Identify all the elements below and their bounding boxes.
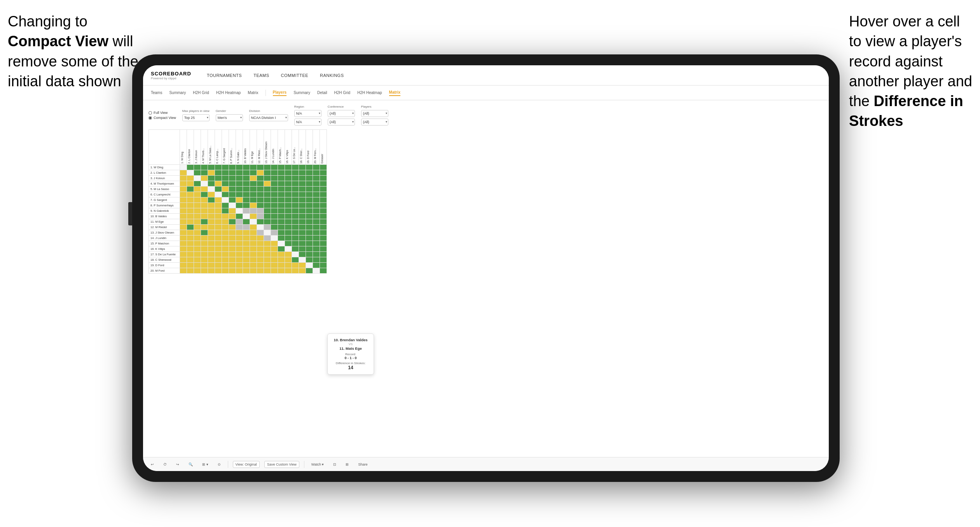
cell-16-8[interactable] bbox=[236, 252, 243, 257]
cell-8-4[interactable] bbox=[208, 208, 215, 214]
subnav-h2hheatmap2[interactable]: H2H Heatmap bbox=[357, 90, 382, 96]
cell-15-4[interactable] bbox=[208, 246, 215, 252]
matrix-scroll[interactable]: 1. W Ding2. L Clanton3. J Koivun4. M Tho… bbox=[148, 129, 823, 452]
cell-8-11[interactable] bbox=[257, 208, 264, 214]
cell-5-16[interactable] bbox=[292, 192, 299, 197]
cell-1-3[interactable] bbox=[201, 170, 208, 176]
cell-18-13[interactable] bbox=[271, 263, 278, 268]
cell-9-15[interactable] bbox=[285, 214, 292, 219]
cell-19-9[interactable] bbox=[243, 268, 250, 274]
cell-0-10[interactable] bbox=[250, 165, 257, 170]
cell-19-6[interactable] bbox=[222, 268, 229, 274]
cell-18-12[interactable] bbox=[264, 263, 271, 268]
cell-17-10[interactable] bbox=[250, 257, 257, 263]
cell-1-5[interactable] bbox=[215, 170, 222, 176]
cell-11-7[interactable] bbox=[229, 225, 236, 230]
cell-18-7[interactable] bbox=[229, 263, 236, 268]
cell-10-19[interactable] bbox=[313, 219, 320, 225]
cell-5-4[interactable] bbox=[208, 192, 215, 197]
cell-5-17[interactable] bbox=[299, 192, 306, 197]
cell-18-1[interactable] bbox=[187, 263, 194, 268]
fullview-option[interactable]: Full View bbox=[148, 111, 176, 115]
cell-4-0[interactable] bbox=[180, 187, 187, 192]
nav-rankings[interactable]: RANKINGS bbox=[320, 72, 344, 79]
cell-1-12[interactable] bbox=[264, 170, 271, 176]
cell-11-20[interactable] bbox=[320, 225, 327, 230]
cell-17-20[interactable] bbox=[320, 257, 327, 263]
gender-select[interactable]: Men's bbox=[216, 114, 243, 121]
cell-8-2[interactable] bbox=[194, 208, 201, 214]
cell-14-3[interactable] bbox=[201, 241, 208, 246]
cell-12-6[interactable] bbox=[222, 230, 229, 236]
cell-4-20[interactable] bbox=[320, 187, 327, 192]
cell-11-19[interactable] bbox=[313, 225, 320, 230]
cell-16-12[interactable] bbox=[264, 252, 271, 257]
cell-10-6[interactable] bbox=[222, 219, 229, 225]
cell-9-18[interactable] bbox=[306, 214, 313, 219]
cell-1-17[interactable] bbox=[299, 170, 306, 176]
cell-19-19[interactable] bbox=[313, 268, 320, 274]
cell-4-4[interactable] bbox=[208, 187, 215, 192]
cell-9-14[interactable] bbox=[278, 214, 285, 219]
cell-19-8[interactable] bbox=[236, 268, 243, 274]
cell-15-10[interactable] bbox=[250, 246, 257, 252]
cell-16-1[interactable] bbox=[187, 252, 194, 257]
cell-2-18[interactable] bbox=[306, 176, 313, 181]
cell-8-3[interactable] bbox=[201, 208, 208, 214]
cell-16-20[interactable] bbox=[320, 252, 327, 257]
cell-7-3[interactable] bbox=[201, 203, 208, 208]
cell-14-4[interactable] bbox=[208, 241, 215, 246]
cell-13-7[interactable] bbox=[229, 236, 236, 241]
cell-5-5[interactable] bbox=[215, 192, 222, 197]
cell-7-13[interactable] bbox=[271, 203, 278, 208]
cell-6-3[interactable] bbox=[201, 197, 208, 203]
cell-16-15[interactable] bbox=[285, 252, 292, 257]
cell-5-19[interactable] bbox=[313, 192, 320, 197]
cell-5-6[interactable] bbox=[222, 192, 229, 197]
cell-3-9[interactable] bbox=[243, 181, 250, 187]
cell-14-9[interactable] bbox=[243, 241, 250, 246]
cell-16-0[interactable] bbox=[180, 252, 187, 257]
cell-8-5[interactable] bbox=[215, 208, 222, 214]
cell-17-1[interactable] bbox=[187, 257, 194, 263]
cell-6-9[interactable] bbox=[243, 197, 250, 203]
cell-10-9[interactable] bbox=[243, 219, 250, 225]
cell-4-14[interactable] bbox=[278, 187, 285, 192]
cell-15-17[interactable] bbox=[299, 246, 306, 252]
cell-14-18[interactable] bbox=[306, 241, 313, 246]
cell-15-7[interactable] bbox=[229, 246, 236, 252]
cell-18-18[interactable] bbox=[306, 263, 313, 268]
cell-8-12[interactable] bbox=[264, 208, 271, 214]
cell-14-5[interactable] bbox=[215, 241, 222, 246]
cell-15-2[interactable] bbox=[194, 246, 201, 252]
cell-11-13[interactable] bbox=[271, 225, 278, 230]
cell-11-8[interactable] bbox=[236, 225, 243, 230]
cell-4-6[interactable] bbox=[222, 187, 229, 192]
cell-15-12[interactable] bbox=[264, 246, 271, 252]
cell-7-6[interactable] bbox=[222, 203, 229, 208]
cell-10-4[interactable] bbox=[208, 219, 215, 225]
cell-2-16[interactable] bbox=[292, 176, 299, 181]
cell-17-13[interactable] bbox=[271, 257, 278, 263]
cell-1-16[interactable] bbox=[292, 170, 299, 176]
cell-6-4[interactable] bbox=[208, 197, 215, 203]
cell-1-7[interactable] bbox=[229, 170, 236, 176]
cell-19-17[interactable] bbox=[299, 268, 306, 274]
conference-select2[interactable]: (All) bbox=[328, 119, 355, 126]
cell-7-5[interactable] bbox=[215, 203, 222, 208]
cell-1-0[interactable] bbox=[180, 170, 187, 176]
cell-8-8[interactable] bbox=[236, 208, 243, 214]
cell-2-13[interactable] bbox=[271, 176, 278, 181]
cell-2-3[interactable] bbox=[201, 176, 208, 181]
cell-10-5[interactable] bbox=[215, 219, 222, 225]
cell-2-14[interactable] bbox=[278, 176, 285, 181]
share-btn[interactable]: Share bbox=[356, 461, 370, 468]
nav-tournaments[interactable]: TOURNAMENTS bbox=[207, 72, 242, 79]
cell-0-15[interactable] bbox=[285, 165, 292, 170]
cell-11-1[interactable] bbox=[187, 225, 194, 230]
cell-19-14[interactable] bbox=[278, 268, 285, 274]
subnav-detail[interactable]: Detail bbox=[317, 90, 327, 96]
cell-0-14[interactable] bbox=[278, 165, 285, 170]
cell-3-19[interactable] bbox=[313, 181, 320, 187]
cell-2-12[interactable] bbox=[264, 176, 271, 181]
